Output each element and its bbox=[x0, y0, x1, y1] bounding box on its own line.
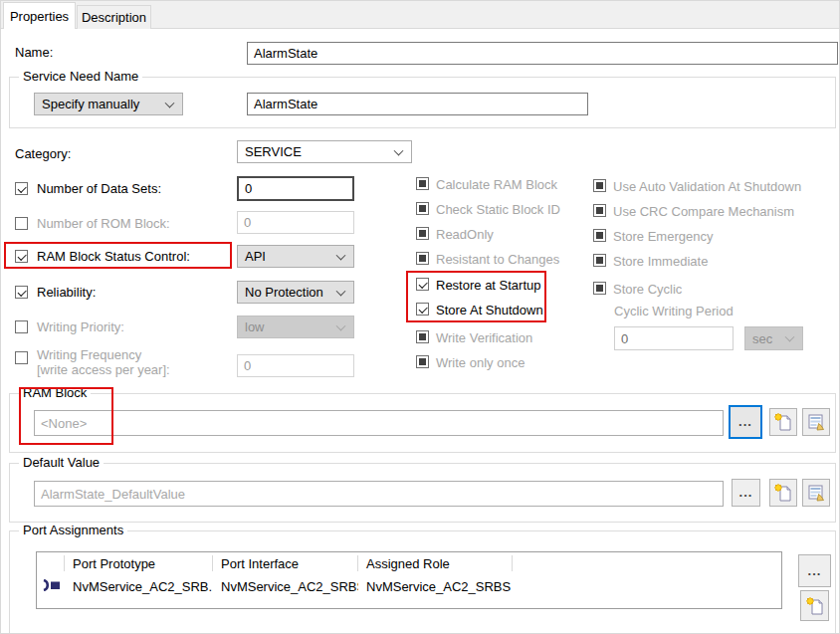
table-row[interactable]: NvMService_AC2_SRB... NvMService_AC2_SRB… bbox=[37, 574, 781, 598]
restore-at-startup-checkbox[interactable] bbox=[416, 278, 429, 291]
tab-properties-label: Properties bbox=[10, 9, 69, 24]
writing-priority-combo[interactable]: low bbox=[237, 316, 354, 338]
resistant-to-changes-checkbox[interactable] bbox=[416, 252, 429, 265]
table-header-row: Port Prototype Port Interface Assigned R… bbox=[37, 552, 781, 574]
calculate-ram-block-label: Calculate RAM Block bbox=[436, 177, 557, 192]
ellipsis-icon: ... bbox=[808, 568, 822, 574]
store-cyclic-checkbox[interactable] bbox=[593, 282, 606, 295]
writing-priority-label: Writing Priority: bbox=[37, 319, 124, 334]
restore-at-startup-label: Restore at Startup bbox=[436, 278, 541, 293]
reliability-combo[interactable]: No Protection bbox=[237, 281, 354, 304]
port-assignments-browse-button[interactable]: ... bbox=[798, 554, 831, 587]
default-value-new-button[interactable] bbox=[769, 479, 797, 507]
chevron-down-icon bbox=[785, 332, 795, 342]
cyclic-writing-period-unit-combo[interactable]: sec bbox=[744, 326, 803, 350]
number-of-rom-block-checkbox[interactable] bbox=[15, 217, 28, 230]
new-document-icon bbox=[773, 483, 793, 503]
writing-priority-checkbox[interactable] bbox=[15, 320, 28, 333]
number-of-rom-block-label: Number of ROM Block: bbox=[37, 216, 170, 231]
store-emergency-checkbox[interactable] bbox=[593, 229, 606, 242]
number-of-data-sets-input[interactable] bbox=[237, 176, 354, 201]
writing-frequency-label: Writing Frequency bbox=[37, 347, 141, 362]
writing-frequency-checkbox[interactable] bbox=[15, 351, 28, 364]
name-input[interactable] bbox=[247, 42, 838, 65]
use-crc-compare-checkbox[interactable] bbox=[593, 204, 606, 217]
ram-block-status-control-combo[interactable]: API bbox=[237, 245, 354, 268]
use-crc-compare-label: Use CRC Compare Mechanism bbox=[613, 204, 794, 219]
store-at-shutdown-checkbox[interactable] bbox=[416, 303, 429, 316]
category-label: Category: bbox=[15, 146, 71, 161]
ellipsis-icon: ... bbox=[739, 490, 753, 496]
write-only-once-checkbox[interactable] bbox=[416, 355, 429, 368]
write-verification-checkbox[interactable] bbox=[416, 330, 429, 343]
write-verification-label: Write Verification bbox=[436, 330, 532, 345]
name-label: Name: bbox=[15, 45, 53, 60]
chevron-down-icon bbox=[165, 98, 175, 107]
tab-strip: Properties Description bbox=[1, 1, 839, 29]
tab-description-label: Description bbox=[82, 10, 146, 25]
check-static-block-id-checkbox[interactable] bbox=[416, 202, 429, 215]
port-icon bbox=[41, 579, 63, 591]
assigned-role-column-header[interactable]: Assigned Role bbox=[358, 555, 513, 571]
chevron-down-icon bbox=[394, 145, 404, 155]
port-assignments-title: Port Assignments bbox=[19, 523, 127, 537]
number-of-rom-block-input[interactable] bbox=[237, 211, 354, 234]
service-need-name-input[interactable] bbox=[247, 93, 588, 115]
category-combo[interactable]: SERVICE bbox=[237, 140, 412, 163]
tab-properties[interactable]: Properties bbox=[3, 2, 76, 29]
cyclic-writing-period-input[interactable] bbox=[614, 326, 734, 350]
edit-form-icon bbox=[806, 412, 826, 432]
store-at-shutdown-label: Store At Shutdown bbox=[436, 303, 543, 317]
ram-block-new-button[interactable] bbox=[769, 408, 797, 436]
port-assignments-table: Port Prototype Port Interface Assigned R… bbox=[36, 551, 782, 609]
chevron-down-icon bbox=[336, 320, 346, 330]
ram-block-input[interactable] bbox=[34, 410, 724, 436]
tab-description[interactable]: Description bbox=[77, 5, 151, 29]
write-only-once-label: Write only once bbox=[436, 355, 525, 370]
calculate-ram-block-checkbox[interactable] bbox=[416, 177, 429, 190]
chevron-down-icon bbox=[336, 250, 346, 260]
service-need-name-title: Service Need Name bbox=[19, 69, 142, 84]
number-of-data-sets-checkbox[interactable] bbox=[15, 182, 28, 195]
ram-block-browse-button[interactable]: ... bbox=[729, 405, 762, 439]
store-immediate-label: Store Immediate bbox=[613, 254, 708, 269]
default-value-browse-button[interactable]: ... bbox=[732, 479, 760, 507]
new-document-icon bbox=[773, 412, 793, 432]
reliability-checkbox[interactable] bbox=[15, 286, 28, 299]
port-assignments-new-button[interactable] bbox=[800, 590, 829, 621]
category-value: SERVICE bbox=[245, 144, 302, 159]
default-value-input[interactable] bbox=[34, 481, 724, 507]
writing-priority-value: low bbox=[245, 319, 265, 334]
writing-frequency-input[interactable] bbox=[237, 354, 354, 377]
port-prototype-column-header[interactable]: Port Prototype bbox=[65, 555, 213, 571]
ram-block-status-control-checkbox[interactable] bbox=[15, 250, 28, 263]
chevron-down-icon bbox=[336, 286, 346, 296]
store-cyclic-label: Store Cyclic bbox=[613, 282, 682, 297]
cyclic-writing-period-unit-value: sec bbox=[752, 331, 772, 346]
use-auto-validation-checkbox[interactable] bbox=[593, 179, 606, 192]
ram-block-status-control-label: RAM Block Status Control: bbox=[37, 249, 190, 264]
properties-panel: Properties Description Name: Service Nee… bbox=[0, 0, 840, 634]
icon-column-header[interactable] bbox=[37, 555, 65, 571]
default-value-edit-button[interactable] bbox=[802, 479, 830, 507]
store-emergency-label: Store Emergency bbox=[613, 229, 713, 244]
reliability-value: No Protection bbox=[245, 285, 323, 300]
port-interface-column-header[interactable]: Port Interface bbox=[213, 555, 358, 571]
reliability-label: Reliability: bbox=[37, 285, 96, 300]
service-need-mode-combo[interactable]: Specify manually bbox=[34, 93, 183, 115]
port-prototype-cell: NvMService_AC2_SRB... bbox=[65, 579, 213, 594]
ram-block-status-control-value: API bbox=[245, 249, 266, 264]
resistant-to-changes-label: Resistant to Changes bbox=[436, 252, 559, 267]
store-immediate-checkbox[interactable] bbox=[593, 254, 606, 267]
assigned-role-cell: NvMService_AC2_SRBS bbox=[358, 579, 513, 594]
readonly-checkbox[interactable] bbox=[416, 227, 429, 240]
ram-block-edit-button[interactable] bbox=[802, 408, 830, 436]
readonly-label: ReadOnly bbox=[436, 227, 494, 242]
port-interface-cell: NvMService_AC2_SRBS bbox=[213, 579, 358, 594]
writing-frequency-label-2: [write access per year]: bbox=[37, 362, 170, 377]
filler-column-header bbox=[513, 555, 781, 571]
use-auto-validation-label: Use Auto Validation At Shutdown bbox=[613, 179, 801, 194]
edit-form-icon bbox=[806, 483, 826, 503]
new-document-icon bbox=[805, 596, 825, 616]
default-value-title: Default Value bbox=[19, 455, 104, 470]
